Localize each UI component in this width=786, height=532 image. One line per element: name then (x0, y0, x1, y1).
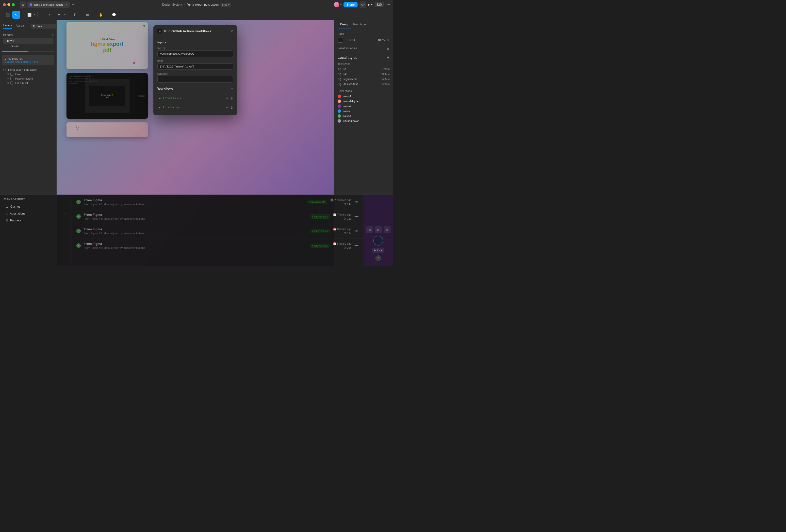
move-tool[interactable]: ⬛ (4, 11, 12, 19)
color-style-name[interactable]: unused-color (343, 119, 359, 122)
text-style-name[interactable]: h2 (344, 73, 346, 76)
layer-item-cover[interactable]: ⊞ Cover (0, 72, 56, 76)
shape-tool[interactable]: ◻ (40, 11, 48, 19)
color-style-name[interactable]: color-3 (343, 110, 351, 113)
page-item-cover[interactable]: ▾ cover (3, 38, 53, 44)
more-options-button[interactable]: ••• (386, 3, 390, 7)
color-style-name[interactable]: color-2 (343, 105, 351, 108)
page-color-value[interactable]: 1B1F23 (345, 39, 355, 42)
icon-button-3[interactable]: ✉ (384, 226, 391, 233)
new-tab-button[interactable]: + (71, 2, 76, 7)
tab-prototype[interactable]: Prototype (351, 20, 368, 29)
text-style-h1: Ag h1 · 24/30 (338, 67, 390, 72)
caches-icon: ☁ (5, 205, 8, 208)
canvas-area[interactable]: ⚡ GitHub Actions figma exportpdf Each Fi… (56, 20, 334, 266)
close-button[interactable] (3, 3, 6, 6)
search-input[interactable] (37, 25, 56, 28)
color-style-name[interactable]: color-1 (343, 95, 351, 98)
text-styles-subsection: Text styles Ag h1 · 24/30 Ag h2 · 18/Aut… (338, 62, 390, 87)
tab-bar: ⌂ figma-export-pdfs-action ✕ + (20, 1, 76, 8)
page-name: unit-test (9, 45, 20, 48)
delete-workflow-button[interactable]: 🗑 (230, 106, 233, 109)
add-page-button[interactable]: + (51, 33, 53, 37)
code-button[interactable]: </> (360, 1, 366, 8)
edit-workflow-button[interactable]: ✏ (226, 106, 229, 109)
color-style-color1-lighter: color-1-lighter (338, 99, 390, 104)
play-button[interactable]: ▶ ▾ (368, 3, 373, 6)
tab-close-button[interactable]: ✕ (65, 3, 67, 6)
text-style-name[interactable]: deleted-text (344, 83, 357, 86)
chevron-down-icon: ▾ (64, 13, 66, 16)
home-button[interactable]: ⌂ (20, 1, 26, 8)
text-tool[interactable]: T (71, 11, 78, 19)
page-input[interactable] (157, 63, 233, 70)
tab-layers[interactable]: Layers (3, 24, 12, 28)
sidebar-tabs: Layers Assets 🔍 (0, 20, 56, 31)
modal-close-button[interactable]: ✕ (230, 29, 233, 33)
delete-workflow-button[interactable]: 🗑 (230, 96, 233, 100)
pen-tool[interactable]: ✒ (55, 11, 63, 19)
minimize-button[interactable] (7, 3, 10, 6)
text-style-name[interactable]: regular-text (344, 77, 357, 80)
hand-tool[interactable]: ✋ (97, 11, 105, 19)
text-style-name[interactable]: h1 (344, 68, 346, 71)
page-item-unit-test[interactable]: unit-test (3, 44, 53, 49)
run-more-button[interactable]: ••• (354, 214, 359, 219)
run-duration: ⏱ 14s (344, 203, 351, 206)
frame-icon: ⊞ (5, 68, 7, 71)
visibility-toggle[interactable]: 👁 (387, 38, 390, 42)
page-opacity[interactable]: 100% (378, 39, 385, 41)
select-tool[interactable]: ↖ (12, 11, 20, 19)
layer-item-page-structure[interactable]: ⊞ Page structure (0, 76, 56, 81)
tab-assets[interactable]: Assets (16, 24, 25, 28)
play-workflow-button[interactable]: ▶ (157, 105, 162, 110)
comment-tool[interactable]: 💬 (110, 11, 118, 19)
modal-title: Run GitHub Actions workflows (164, 29, 230, 33)
modal-overlay[interactable]: ⚡ Run GitHub Actions workflows ✕ Inputs … (56, 20, 334, 266)
color-style-name[interactable]: color-1-lighter (343, 100, 360, 103)
free-badge[interactable]: Free ▾ (221, 3, 231, 7)
chevron-down-icon: ▾ (49, 13, 50, 16)
filekey-input[interactable] (157, 50, 233, 57)
workflow-name[interactable]: Export icons (163, 106, 226, 109)
selection-input[interactable] (157, 76, 233, 83)
workflows-header: Workflows + (157, 86, 233, 91)
run-more-button[interactable]: ••• (354, 229, 359, 233)
add-workflow-button[interactable]: + (230, 86, 233, 91)
actor-dropdown[interactable]: Actor ▾ (372, 248, 385, 253)
frame-icon (10, 82, 13, 85)
fullscreen-button[interactable] (12, 3, 15, 6)
runners-label: Runners (10, 219, 21, 222)
tab-design[interactable]: Design (338, 20, 351, 29)
share-button[interactable]: Share (344, 2, 357, 7)
page-name: cover (7, 39, 14, 43)
edit-workflow-button[interactable]: ✏ (226, 96, 229, 100)
color-style-name[interactable]: color-4 (343, 115, 351, 117)
page-color-swatch[interactable] (338, 37, 343, 43)
zoom-level[interactable]: 32% (374, 2, 385, 7)
local-variables-settings-icon[interactable]: ⇅ (387, 47, 390, 51)
pages-section-header: Pages + (3, 33, 53, 37)
workflow-name[interactable]: Export as PDF (163, 96, 226, 100)
layer-item-github-link[interactable]: ⊞ GitHub link (0, 81, 56, 85)
icon-button-2[interactable]: ⊞ (375, 226, 382, 233)
help-button[interactable]: ? (375, 255, 381, 261)
text-style-h2: Ag h2 · 18/Auto (338, 72, 390, 76)
icon-button-1[interactable]: ◁ (366, 226, 373, 233)
run-meta: 📅 8 hours ago ⏱ 21s (333, 242, 351, 249)
frame-tool[interactable]: ⬜ (25, 11, 33, 19)
layer-item-root[interactable]: ▾ ⊞ figma-export-pdfs-action (0, 68, 56, 72)
field-selection: selection (157, 72, 233, 83)
add-style-button[interactable]: + (387, 55, 390, 60)
file-tab[interactable]: figma-export-pdfs-action ✕ (27, 1, 70, 8)
runners-icon: ▤ (5, 219, 8, 222)
run-more-button[interactable]: ••• (354, 200, 359, 204)
color-swatch (338, 105, 341, 108)
play-workflow-button[interactable]: ▶ (157, 96, 162, 101)
run-more-button[interactable]: ••• (354, 244, 359, 248)
field-page: page (157, 60, 233, 70)
color-styles-subsection: Color styles color-1 color-1-lighter col… (338, 89, 390, 123)
bottom-far-right-panel: ◁ ⊞ ✉ Actor ▾ ? (364, 195, 393, 266)
component-tool[interactable]: ⊞ (84, 11, 92, 19)
upgrade-link[interactable]: Get unlimited pages & more (4, 60, 38, 63)
